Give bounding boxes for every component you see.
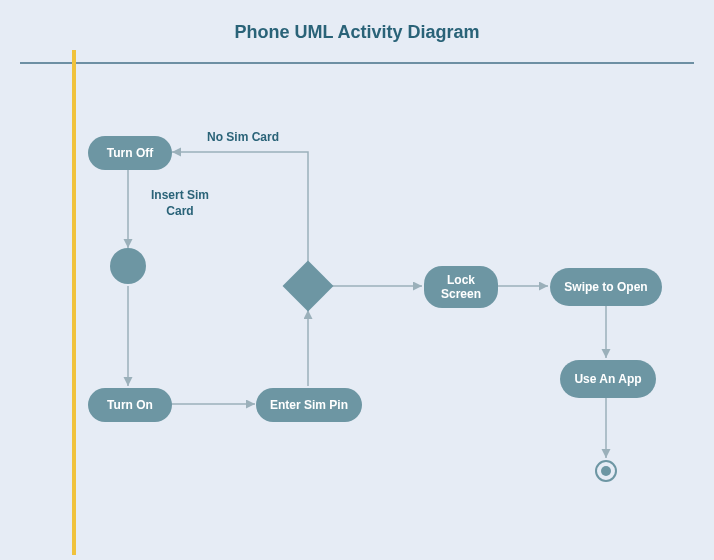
activity-turn-on: Turn On bbox=[88, 388, 172, 422]
title-divider bbox=[20, 62, 694, 64]
activity-swipe-open: Swipe to Open bbox=[550, 268, 662, 306]
final-node-inner bbox=[601, 466, 611, 476]
swimlane-divider bbox=[72, 50, 76, 555]
final-node bbox=[595, 460, 617, 482]
edge-label-insert-sim: Insert SimCard bbox=[138, 188, 222, 219]
diagram-title: Phone UML Activity Diagram bbox=[234, 22, 479, 43]
activity-turn-off: Turn Off bbox=[88, 136, 172, 170]
activity-lock-screen: LockScreen bbox=[424, 266, 498, 308]
activity-use-app: Use An App bbox=[560, 360, 656, 398]
edge-label-no-sim: No Sim Card bbox=[198, 130, 288, 146]
activity-enter-pin: Enter Sim Pin bbox=[256, 388, 362, 422]
initial-node bbox=[110, 248, 146, 284]
decision-node bbox=[283, 261, 334, 312]
